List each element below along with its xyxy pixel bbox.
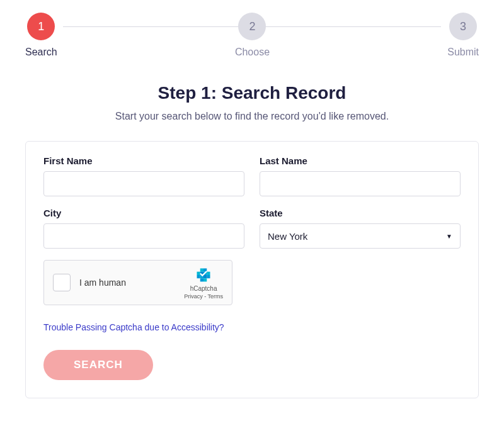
accessibility-link[interactable]: Trouble Passing Captcha due to Accessibi…	[43, 322, 224, 332]
city-label: City	[43, 208, 244, 218]
first-name-label: First Name	[43, 155, 244, 166]
last-name-label: Last Name	[260, 155, 461, 166]
captcha-brand: hCaptcha Privacy - Terms	[184, 266, 223, 300]
svg-rect-9	[207, 275, 210, 278]
form-group-last-name: Last Name	[260, 155, 461, 196]
captcha-label: I am human	[79, 278, 175, 288]
state-select[interactable]: New York ▼	[260, 223, 461, 249]
step-label-1: Search	[25, 47, 57, 58]
form-card: First Name Last Name City State New York…	[25, 141, 479, 398]
svg-rect-8	[203, 275, 207, 278]
captcha-links[interactable]: Privacy - Terms	[184, 293, 223, 300]
hcaptcha-icon	[195, 266, 212, 284]
captcha-widget: I am human hCaptcha Privacy - Terms	[43, 260, 232, 305]
step-choose[interactable]: 2 Choose	[235, 13, 270, 58]
step-label-3: Submit	[447, 47, 479, 58]
svg-rect-10	[200, 278, 203, 281]
captcha-brand-name: hCaptcha	[190, 285, 217, 292]
page-subtitle: Start your search below to find the reco…	[25, 111, 479, 122]
svg-rect-2	[197, 271, 200, 274]
svg-rect-11	[203, 278, 207, 281]
form-row-1: First Name Last Name	[43, 155, 461, 196]
form-group-first-name: First Name	[43, 155, 244, 196]
form-group-state: State New York ▼	[260, 208, 461, 249]
step-submit[interactable]: 3 Submit	[447, 13, 479, 58]
search-button[interactable]: SEARCH	[43, 350, 153, 380]
step-circle-2: 2	[238, 13, 266, 40]
state-label: State	[260, 208, 461, 218]
page-title: Step 1: Search Record	[25, 83, 479, 103]
city-input[interactable]	[43, 223, 244, 249]
step-label-2: Choose	[235, 47, 270, 58]
form-group-city: City	[43, 208, 244, 249]
form-row-2: City State New York ▼	[43, 208, 461, 249]
step-circle-3: 3	[449, 13, 477, 40]
first-name-input[interactable]	[43, 171, 244, 196]
last-name-input[interactable]	[260, 171, 461, 196]
state-selected-value: New York	[268, 231, 307, 242]
chevron-down-icon: ▼	[446, 233, 452, 240]
svg-rect-0	[200, 268, 203, 271]
stepper: 1 Search 2 Choose 3 Submit	[25, 13, 479, 58]
captcha-checkbox[interactable]	[53, 274, 71, 291]
step-circle-1: 1	[27, 13, 55, 40]
svg-rect-5	[207, 271, 210, 274]
svg-rect-6	[197, 275, 200, 278]
step-search[interactable]: 1 Search	[25, 13, 57, 58]
